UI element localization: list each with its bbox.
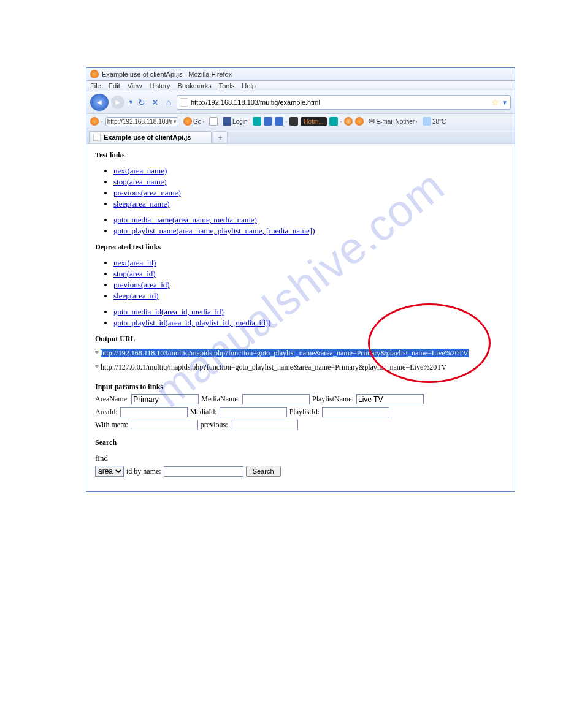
menu-file[interactable]: File [90, 82, 101, 89]
page-icon [180, 98, 188, 107]
page-content: Test links next(area_name) stop(area_nam… [86, 144, 515, 491]
heading-testlinks: Test links [95, 151, 125, 159]
toolbar-icon-9[interactable] [355, 117, 364, 126]
bookmarks-toolbar: · http://192.168.118.103/r ▾ Go · Login … [86, 114, 515, 129]
deprecated-list-1: next(area_id) stop(area_id) previous(are… [113, 258, 506, 301]
menu-tools[interactable]: Tools [219, 82, 235, 89]
tab-title: Example use of clientApi.js [104, 134, 191, 141]
link-goto-media-id[interactable]: goto_media_id(area_id, media_id) [113, 307, 224, 316]
label-previous: previous: [201, 420, 228, 430]
link-next[interactable]: next(area_name) [113, 166, 167, 175]
params-row-2: AreaId: MediaId: PlaylistId: [95, 407, 506, 417]
label-playlistid: PlaylistId: [289, 408, 320, 417]
input-playlistname[interactable] [356, 394, 424, 404]
url-dropdown-icon[interactable]: ▼ [502, 99, 508, 106]
nav-dropdown-icon[interactable]: ▼ [128, 99, 134, 105]
toolbar-icon-7[interactable] [329, 117, 338, 126]
toolbar-icon-2[interactable] [209, 117, 218, 126]
search-type-select[interactable]: area [95, 466, 124, 477]
menu-help[interactable]: Help [242, 82, 256, 89]
address-selector[interactable]: http://192.168.118.103/r ▾ [105, 117, 178, 126]
firefox-icon [90, 70, 99, 78]
label-medianame: MediaName: [201, 395, 240, 404]
login-button[interactable]: Login [220, 116, 250, 127]
url-input[interactable] [191, 99, 489, 106]
weather-widget[interactable]: 28°C [423, 117, 446, 126]
input-previous[interactable] [231, 420, 298, 430]
menu-bar: File Edit View History Bookmarks Tools H… [86, 81, 515, 91]
output-url-1-selected[interactable]: http://192.168.118.103/multiq/mapids.php… [101, 349, 469, 357]
toolbar-icon-6[interactable] [289, 117, 298, 126]
params-row-1: AreaName: MediaName: PlaylistName: [95, 394, 506, 404]
link-previous-id[interactable]: previous(area_id) [113, 280, 170, 289]
toolbar-icon[interactable] [90, 117, 99, 126]
link-next-id[interactable]: next(area_id) [113, 258, 156, 267]
link-goto-playlist-id[interactable]: goto_playlist_id(area_id, playlist_id, [… [113, 318, 270, 327]
link-goto-media[interactable]: goto_media_name(area_name, media_name) [113, 215, 257, 224]
search-find-label: find [95, 453, 506, 463]
window-title: Example use of clientApi.js - Mozilla Fi… [102, 70, 232, 78]
output-url-2: * http://127.0.0.1/multiq/mapids.php?fun… [95, 363, 506, 372]
toolbar-icon-5[interactable] [275, 117, 283, 126]
link-goto-playlist[interactable]: goto_playlist_name(area_name, playlist_n… [113, 226, 315, 235]
bookmark-star-icon[interactable]: ☆ [491, 97, 499, 107]
home-icon[interactable]: ⌂ [163, 97, 174, 108]
toolbar-icon-8[interactable] [344, 117, 353, 126]
toolbar-icon-4[interactable] [264, 117, 272, 126]
menu-bookmarks[interactable]: Bookmarks [178, 82, 212, 89]
label-withmem: With mem: [95, 420, 128, 430]
testlinks-list-2: goto_media_name(area_name, media_name) g… [113, 215, 506, 236]
window-titlebar: Example use of clientApi.js - Mozilla Fi… [86, 68, 515, 81]
label-areaname: AreaName: [95, 395, 129, 404]
heading-params: Input params to links [95, 382, 163, 391]
link-previous[interactable]: previous(area_name) [113, 188, 181, 197]
address-bar[interactable]: ☆ ▼ [177, 95, 511, 110]
tab-strip: Example use of clientApi.js + [86, 129, 515, 144]
label-mediaid: MediaId: [190, 408, 217, 417]
hotmail-button[interactable]: Hotm... [301, 117, 326, 126]
tab-page-icon [93, 134, 101, 141]
link-sleep-id[interactable]: sleep(area_id) [113, 291, 159, 300]
heading-output: Output URL [95, 335, 136, 343]
go-icon [183, 117, 192, 126]
input-medianame[interactable] [242, 394, 310, 404]
search-button[interactable]: Search [246, 466, 281, 477]
params-row-3: With mem: previous: [95, 420, 506, 430]
weather-icon [423, 117, 431, 126]
nav-toolbar: ◄ ► ▼ ↻ ✕ ⌂ ☆ ▼ [86, 91, 515, 114]
toolbar-icon-3[interactable] [253, 117, 261, 126]
heading-deprecated: Deprecated test links [95, 243, 161, 251]
label-playlistname: PlaylistName: [312, 395, 354, 404]
heading-search: Search [95, 438, 117, 447]
deprecated-list-2: goto_media_id(area_id, media_id) goto_pl… [113, 307, 506, 328]
label-idbyname: id by name: [126, 467, 161, 476]
fb-icon [223, 117, 231, 126]
new-tab-button[interactable]: + [213, 131, 228, 143]
forward-button[interactable]: ► [111, 96, 124, 109]
menu-edit[interactable]: Edit [109, 82, 120, 89]
input-withmem[interactable] [131, 420, 198, 430]
input-areaid[interactable] [120, 407, 188, 417]
email-notifier[interactable]: ✉ E-mail Notifier · [366, 116, 420, 127]
input-playlistid[interactable] [322, 407, 389, 417]
link-sleep[interactable]: sleep(area_name) [113, 199, 170, 208]
output-url-1: * http://192.168.118.103/multiq/mapids.p… [95, 349, 506, 358]
input-mediaid[interactable] [220, 407, 287, 417]
link-stop[interactable]: stop(area_name) [113, 177, 167, 186]
reload-icon[interactable]: ↻ [136, 97, 147, 108]
input-areaname[interactable] [131, 394, 199, 404]
search-row: area id by name: Search [95, 466, 506, 477]
menu-history[interactable]: History [149, 82, 170, 89]
active-tab[interactable]: Example use of clientApi.js [89, 131, 212, 143]
browser-window: Example use of clientApi.js - Mozilla Fi… [86, 67, 515, 492]
menu-view[interactable]: View [128, 82, 142, 89]
back-button[interactable]: ◄ [90, 94, 109, 111]
label-areaid: AreaId: [95, 408, 118, 417]
link-stop-id[interactable]: stop(area_id) [113, 269, 156, 278]
input-search-name[interactable] [164, 466, 243, 477]
stop-icon[interactable]: ✕ [150, 97, 161, 108]
go-button[interactable]: Go · [181, 116, 207, 127]
testlinks-list-1: next(area_name) stop(area_name) previous… [113, 166, 506, 209]
